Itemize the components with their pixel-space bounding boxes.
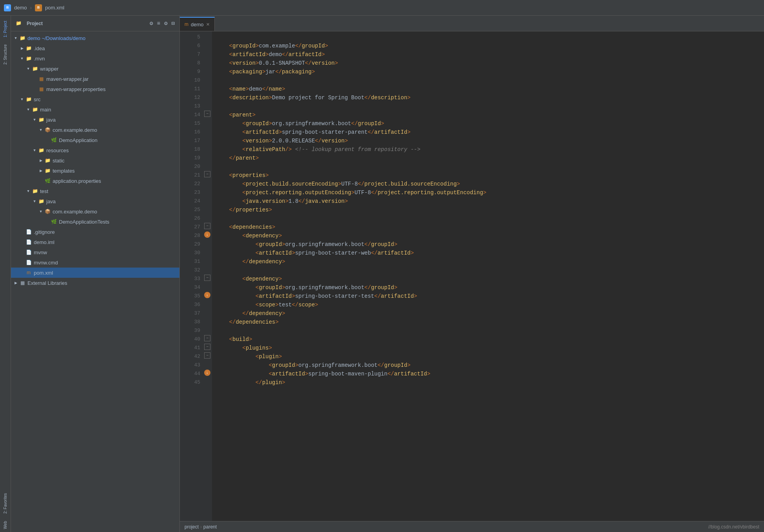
no-arrow4 <box>38 178 44 184</box>
sidebar-item-structure[interactable]: 2: Structure <box>2 41 9 68</box>
no-arrow9 <box>19 259 25 266</box>
code-line-35: <artifactId>spring-boot-starter-test</ar… <box>212 292 764 301</box>
tree-mvnw-cmd[interactable]: 📄 mvnw.cmd <box>11 257 179 268</box>
tree-mvn[interactable]: ▼ 📁 .mvn <box>11 53 179 64</box>
no-arrow8 <box>19 249 25 255</box>
file-icon-jar: ▦ <box>38 75 45 82</box>
gear-icon[interactable]: ⚙ <box>163 19 168 27</box>
tree-pom-xml[interactable]: m pom.xml <box>11 268 179 278</box>
tree-external-libs[interactable]: ▶ ▦ External Libraries <box>11 278 179 288</box>
label-ext-libs: External Libraries <box>27 280 67 286</box>
tree-app-props[interactable]: 🌿 application.properties <box>11 176 179 186</box>
label-pom: pom.xml <box>34 270 53 276</box>
code-line-30: <artifactId>spring-boot-starter-web</art… <box>212 249 764 257</box>
label-src: src <box>34 97 40 102</box>
editor-area: m demo ✕ 5 6 7 8 9 10 11 12 13 14 15 16 … <box>180 16 764 532</box>
editor-tab-demo[interactable]: m demo ✕ <box>180 17 215 31</box>
fold-42[interactable]: − <box>204 352 210 359</box>
sidebar-item-favorites[interactable]: 2: Favorites <box>2 490 9 517</box>
sidebar-item-project[interactable]: 1: Project <box>2 18 9 40</box>
arrow-static: ▶ <box>38 157 44 164</box>
tree-root-demo[interactable]: ▼ 📁 demo ~/Downloads/demo <box>11 33 179 43</box>
tree-test-package[interactable]: ▼ 📦 com.example.demo <box>11 206 179 217</box>
tree-maven-wrapper-props[interactable]: ▦ maven-wrapper.properties <box>11 84 179 94</box>
label-wrapper: wrapper <box>40 66 58 72</box>
code-line-11: <name>demo</name> <box>212 85 764 93</box>
folder-icon-idea: 📁 <box>25 45 32 52</box>
folder-icon-static: 📁 <box>44 157 51 164</box>
tree-main-java[interactable]: ▼ 📁 java <box>11 115 179 125</box>
arrow-src: ▼ <box>19 96 25 102</box>
label-main: main <box>40 107 51 113</box>
marker-44[interactable]: ↓ <box>204 370 210 376</box>
project-name: demo <box>14 5 27 11</box>
code-line-39 <box>212 326 764 335</box>
gutter: − − − ↓ − ↓ − − − ↓ <box>203 31 212 521</box>
fold-14[interactable]: − <box>204 111 210 117</box>
fold-40[interactable]: − <box>204 335 210 341</box>
collapse-icon[interactable]: ⊟ <box>171 19 175 27</box>
tree-test[interactable]: ▼ 📁 test <box>11 186 179 196</box>
code-line-19: </parent> <box>212 154 764 162</box>
code-line-42: <plugin> <box>212 352 764 361</box>
tree-templates[interactable]: ▶ 📁 templates <box>11 166 179 176</box>
code-line-25: </properties> <box>212 206 764 214</box>
tree-resources[interactable]: ▼ 📁 resources <box>11 145 179 155</box>
no-arrow3 <box>44 137 50 143</box>
fold-33[interactable]: − <box>204 275 210 281</box>
tree-main-package[interactable]: ▼ 📦 com.example.demo <box>11 125 179 135</box>
code-line-32 <box>212 266 764 275</box>
filter-icon[interactable]: ≡ <box>156 20 161 27</box>
tree-test-java[interactable]: ▼ 📁 java <box>11 196 179 206</box>
tree-main[interactable]: ▼ 📁 main <box>11 104 179 115</box>
code-line-9: <packaging>jar</packaging> <box>212 67 764 76</box>
package-icon-test: 📦 <box>44 208 51 215</box>
label-demo-application: DemoApplication <box>59 137 97 143</box>
arrow-main-package: ▼ <box>38 127 44 133</box>
libs-icon: ▦ <box>19 279 26 286</box>
tree-static[interactable]: ▶ 📁 static <box>11 155 179 166</box>
folder-icon-test: 📁 <box>31 188 38 195</box>
code-area: 5 6 7 8 9 10 11 12 13 14 15 16 17 18 19 … <box>180 31 764 521</box>
marker-33b[interactable]: ↓ <box>204 292 210 298</box>
tree-mvnw[interactable]: 📄 mvnw <box>11 247 179 257</box>
file-name: pom.xml <box>45 5 64 11</box>
code-line-23: <project.reporting.outputEncoding>UTF-8<… <box>212 188 764 197</box>
sidebar-item-web[interactable]: Web <box>2 518 9 532</box>
label-app-props: application.properties <box>53 178 101 184</box>
fold-27[interactable]: − <box>204 223 210 229</box>
spring-icon-tests: 🌿 <box>50 218 57 225</box>
tab-label: demo <box>191 22 204 27</box>
file-icon: m <box>35 4 42 11</box>
spring-icon-demo: 🌿 <box>50 137 57 144</box>
folder-icon-test-java: 📁 <box>38 198 45 205</box>
file-icon-gitignore: 📄 <box>25 228 32 235</box>
tree-maven-wrapper-jar[interactable]: ▦ maven-wrapper.jar <box>11 74 179 84</box>
fold-41[interactable]: − <box>204 344 210 350</box>
project-panel-header: 📁 Project ⚙ ≡ ⚙ ⊟ <box>11 16 179 31</box>
code-line-6: <groupId>com.example</groupId> <box>212 42 764 50</box>
code-content[interactable]: <groupId>com.example</groupId> <artifact… <box>212 31 764 521</box>
fold-21[interactable]: − <box>204 171 210 177</box>
tree-src[interactable]: ▼ 📁 src <box>11 94 179 104</box>
code-line-36: <scope>test</scope> <box>212 301 764 309</box>
folder-icon-resources: 📁 <box>38 147 45 154</box>
tree-idea[interactable]: ▶ 📁 .idea <box>11 43 179 53</box>
tree-gitignore[interactable]: 📄 .gitignore <box>11 227 179 237</box>
settings-icon[interactable]: ⚙ <box>149 19 154 27</box>
code-line-20 <box>212 162 764 171</box>
marker-28[interactable]: ↓ <box>204 231 210 238</box>
file-icon-pom: m <box>25 269 32 276</box>
arrow-test: ▼ <box>25 188 31 194</box>
tree-demo-iml[interactable]: 📄 demo.iml <box>11 237 179 247</box>
file-icon-mvnw-cmd: 📄 <box>25 259 32 266</box>
label-demo: demo ~/Downloads/demo <box>27 35 86 41</box>
tree-demo-tests[interactable]: 🌿 DemoApplicationTests <box>11 217 179 227</box>
tree-demo-application[interactable]: 🌿 DemoApplication <box>11 135 179 145</box>
tab-close-button[interactable]: ✕ <box>206 22 210 27</box>
label-main-java: java <box>46 117 56 123</box>
code-line-27: <dependencies> <box>212 223 764 231</box>
label-static: static <box>53 158 64 164</box>
arrow-ext-libs: ▶ <box>13 280 19 286</box>
tree-wrapper[interactable]: ▼ 📁 wrapper <box>11 64 179 74</box>
